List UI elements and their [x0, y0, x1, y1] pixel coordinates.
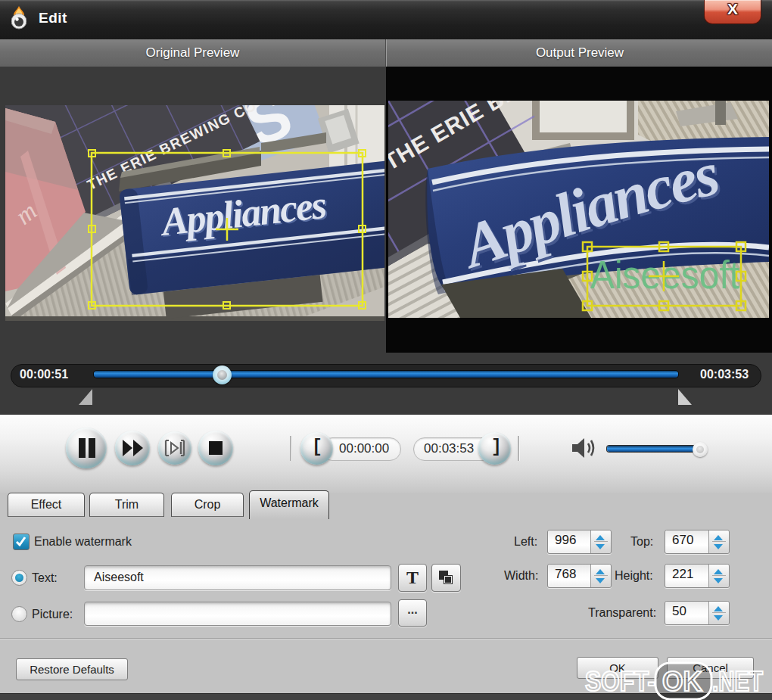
svg-text:.NET: .NET — [712, 666, 763, 697]
svg-text:OK: OK — [662, 666, 702, 697]
svg-text:Aiseesoft: Aiseesoft — [590, 253, 740, 297]
svg-text:SOFT-: SOFT- — [585, 666, 655, 697]
